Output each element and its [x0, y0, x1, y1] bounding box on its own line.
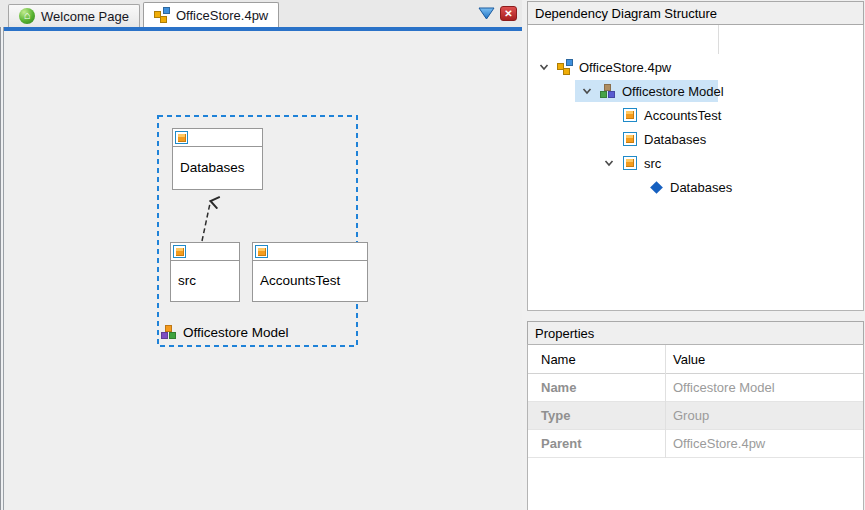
cubes-icon	[161, 324, 177, 340]
dependency-arrow-src-to-databases[interactable]	[202, 201, 211, 241]
tree-item-src[interactable]: src	[528, 151, 862, 175]
node-header	[171, 243, 239, 261]
node-accountstest[interactable]: AccountsTest	[252, 242, 368, 302]
dependency-structure-tree[interactable]: OfficeStore.4pw Officestore Model Accoun…	[527, 25, 864, 311]
tree-item-databases[interactable]: Databases	[528, 127, 862, 151]
tab-officestore-4pw[interactable]: OfficeStore.4pw	[143, 2, 279, 27]
node-header	[173, 129, 262, 147]
tree-item-accountstest[interactable]: AccountsTest	[528, 103, 862, 127]
tree-item-label: Databases	[644, 132, 706, 147]
node-label: src	[171, 261, 239, 300]
property-row-name[interactable]: Name Officestore Model	[528, 374, 863, 402]
close-tab-icon[interactable]: ✕	[500, 6, 517, 21]
group-label[interactable]: Officestore Model	[161, 324, 289, 340]
editor-pane: ⌂ Welcome Page OfficeStore.4pw ✕	[0, 0, 522, 510]
tree-item-label: Officestore Model	[622, 84, 724, 99]
node-label: Databases	[173, 147, 262, 188]
node-header	[253, 243, 367, 261]
group-label-text: Officestore Model	[183, 325, 289, 340]
tree-item-label: Databases	[670, 180, 732, 195]
module-cube-icon	[622, 107, 638, 123]
structure-panel-header: Dependency Diagram Structure	[527, 1, 864, 25]
tree-item-label: OfficeStore.4pw	[579, 60, 671, 75]
property-name: Type	[528, 408, 665, 423]
home-icon: ⌂	[19, 8, 35, 24]
property-name: Name	[528, 380, 665, 395]
property-value[interactable]: Group	[665, 408, 709, 423]
property-value[interactable]: Officestore Model	[665, 380, 775, 395]
tab-list-dropdown-icon[interactable]	[478, 7, 495, 20]
properties-table: Name Value Name Officestore Model Type G…	[527, 344, 864, 510]
tab-welcome-page[interactable]: ⌂ Welcome Page	[8, 4, 140, 27]
tree-item-src-databases[interactable]: Databases	[528, 175, 862, 199]
chevron-down-icon[interactable]	[601, 155, 617, 171]
node-src[interactable]: src	[170, 242, 240, 302]
module-cube-icon	[173, 245, 186, 258]
module-cube-icon	[175, 131, 188, 144]
module-cube-icon	[622, 131, 638, 147]
diagram-canvas[interactable]: Databases src AccountsTest Officestore M…	[0, 31, 522, 510]
chevron-down-icon[interactable]	[579, 83, 595, 99]
tree-column-divider	[718, 25, 719, 54]
column-header-name: Name	[528, 352, 665, 367]
cubes-icon	[600, 83, 616, 99]
tree-item-label: src	[644, 156, 661, 171]
node-label: AccountsTest	[253, 261, 367, 300]
side-panels: Dependency Diagram Structure OfficeStore…	[527, 0, 865, 510]
diagram-icon	[154, 7, 170, 23]
pane-left-border	[0, 27, 4, 510]
tab-bar: ⌂ Welcome Page OfficeStore.4pw ✕	[0, 0, 522, 27]
diagram-icon	[557, 59, 573, 75]
properties-column-divider	[665, 345, 666, 458]
tree-item-officestore-4pw[interactable]: OfficeStore.4pw	[528, 55, 862, 79]
property-row-type[interactable]: Type Group	[528, 402, 863, 430]
tree-item-label: AccountsTest	[644, 108, 721, 123]
column-header-value: Value	[665, 352, 705, 367]
properties-header-row: Name Value	[528, 345, 863, 374]
property-name: Parent	[528, 436, 665, 451]
module-cube-icon	[255, 245, 268, 258]
properties-panel-header: Properties	[527, 321, 864, 345]
dependency-diamond-icon	[648, 179, 664, 195]
properties-panel-title: Properties	[535, 326, 594, 341]
tree-item-officestore-model[interactable]: Officestore Model	[528, 79, 862, 103]
tab-controls: ✕	[478, 0, 517, 27]
tab-label: Welcome Page	[41, 9, 129, 24]
module-cube-icon	[622, 155, 638, 171]
structure-panel-title: Dependency Diagram Structure	[535, 6, 717, 21]
property-value[interactable]: OfficeStore.4pw	[665, 436, 765, 451]
node-databases[interactable]: Databases	[172, 128, 263, 190]
chevron-down-icon[interactable]	[536, 59, 552, 75]
tab-label: OfficeStore.4pw	[176, 8, 268, 23]
property-row-parent[interactable]: Parent OfficeStore.4pw	[528, 430, 863, 458]
